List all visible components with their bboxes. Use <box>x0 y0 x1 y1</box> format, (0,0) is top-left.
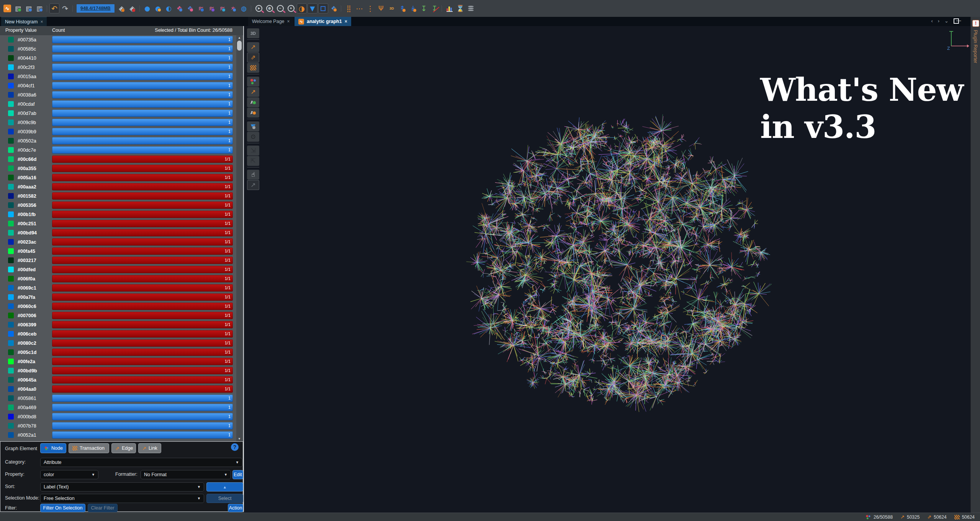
histogram-row[interactable]: #00cdaf1 <box>0 100 236 109</box>
rail-nodes-button[interactable] <box>247 77 259 87</box>
paint-node-button[interactable]: ● <box>153 3 163 13</box>
zoom-out-button[interactable]: − <box>275 3 285 13</box>
histogram-row[interactable]: #0070061/1 <box>0 311 236 320</box>
rail-expand-button[interactable]: ⇲ <box>247 146 259 156</box>
formatter-select[interactable]: No Format ▼ <box>141 470 231 479</box>
arrange-grid-button[interactable]: ⣿ <box>344 3 354 13</box>
zoom-selection-button[interactable]: ➤ <box>254 3 264 13</box>
rail-edges-button[interactable]: ⇗ <box>247 52 259 62</box>
welcome-tab-close-icon[interactable]: × <box>287 19 290 24</box>
histogram-row[interactable]: #00bd941/1 <box>0 228 236 238</box>
unpin-button[interactable]: ↧ <box>430 3 440 13</box>
sketch-v-button[interactable]: ≋ <box>218 3 227 13</box>
histogram-row[interactable]: #00502a1 <box>0 136 236 146</box>
tab-analytic-graph1[interactable]: ∿ analytic graph1 × <box>294 17 351 26</box>
rail-directed-button[interactable]: ↗ <box>247 87 259 97</box>
histogram-row[interactable]: #0015aa1 <box>0 72 236 81</box>
graph-view[interactable]: 3D↗⇗↗AaAa▼⊙⇲⇱☝↗ What's New in v3.3 I Z <box>244 26 970 513</box>
edit-button[interactable]: Edit <box>232 470 243 479</box>
histogram-row[interactable]: #009c9b1 <box>0 118 236 127</box>
histogram-row[interactable]: #005c1d1/1 <box>0 348 236 357</box>
graph-element-edge-button[interactable]: ⇗Edge <box>111 443 136 453</box>
rail-blaze-button[interactable]: ▼ <box>247 121 259 131</box>
tab-welcome-page[interactable]: Welcome Page × <box>248 17 294 26</box>
histogram-row[interactable]: #0039b91 <box>0 127 236 136</box>
histogram-row[interactable]: #0058611 <box>0 394 236 403</box>
histogram-row[interactable]: #0038a61 <box>0 90 236 100</box>
histogram-row[interactable]: #006f0a1/1 <box>0 274 236 283</box>
histogram-row[interactable]: #00b1fb1/1 <box>0 210 236 219</box>
arrange-tree-button[interactable]: Ψ <box>376 3 386 13</box>
histogram-row[interactable]: #00a7fa1/1 <box>0 293 236 302</box>
save-state-button[interactable]: ◈ <box>117 3 127 13</box>
build-graph2-button[interactable]: ❖ <box>185 3 195 13</box>
histogram-row[interactable]: #00fa451/1 <box>0 247 236 256</box>
build-graph-button[interactable]: ❖ <box>175 3 185 13</box>
zoom-in-button[interactable]: + <box>286 3 296 13</box>
tab-scroll-right-icon[interactable]: › <box>938 18 939 24</box>
histogram-row[interactable]: #000bd81 <box>0 412 236 421</box>
timeline-button[interactable]: ⌛ <box>455 3 465 13</box>
histogram-row[interactable]: #00645a1/1 <box>0 375 236 385</box>
graph-element-node-button[interactable]: Node <box>40 443 66 453</box>
scrollbar-thumb[interactable] <box>237 41 242 51</box>
rail-contract-button[interactable]: ⇱ <box>247 156 259 166</box>
spread-in-button[interactable]: ↡ <box>408 3 418 13</box>
histogram-row[interactable]: #0052a11 <box>0 431 236 440</box>
sketch-n-button[interactable]: ≋ <box>207 3 217 13</box>
rail-transactions-button[interactable] <box>247 63 259 73</box>
histogram-row[interactable]: #00c66d1/1 <box>0 155 236 164</box>
hierarchy-button[interactable]: ❖ <box>329 3 339 13</box>
rail-transaction-labels-button[interactable]: Aa <box>247 108 259 118</box>
histogram-row[interactable]: #0069c11/1 <box>0 283 236 293</box>
histogram-row[interactable]: #0063991/1 <box>0 320 236 329</box>
tab-scroll-left-icon[interactable]: ‹ <box>931 18 933 24</box>
half-node-button[interactable]: ◐ <box>164 3 174 13</box>
help-button[interactable]: ? <box>231 443 239 451</box>
histogram-row[interactable]: #006ceb1/1 <box>0 329 236 339</box>
histogram-row[interactable]: #00dc7e1 <box>0 146 236 155</box>
rail-draw-button[interactable]: ↗ <box>247 180 259 190</box>
histogram-row[interactable]: #00d7ab1 <box>0 109 236 118</box>
copy-graph-button[interactable]: ▥ <box>34 3 44 13</box>
datastore-button[interactable] <box>466 3 476 13</box>
histogram-row[interactable]: #004aa01/1 <box>0 385 236 394</box>
rail-node-labels-button[interactable]: Aa <box>247 97 259 107</box>
sketch-d-button[interactable]: ≋ <box>196 3 206 13</box>
histogram-row[interactable]: #0080c21/1 <box>0 339 236 348</box>
selection-mode-select[interactable]: Free Selection ▼ <box>40 494 204 503</box>
histogram-window-tab[interactable]: New Histogram × <box>1 17 47 26</box>
histogram-row[interactable]: #00585c1 <box>0 44 236 54</box>
open-graph-button[interactable]: ▤ <box>13 3 23 13</box>
graph-element-transaction-button[interactable]: Transaction <box>69 443 109 453</box>
category-select[interactable]: Attribute ▼ <box>40 458 242 467</box>
contrast-button[interactable]: ◑ <box>297 3 307 13</box>
arrange-column-button[interactable]: ⋮ <box>365 3 375 13</box>
histogram-row[interactable]: #0044101 <box>0 54 236 63</box>
plugin-reporter-label[interactable]: Plugin Reporter <box>973 30 978 63</box>
network-button[interactable]: ✶ <box>228 3 238 13</box>
arrange-3d-button[interactable]: 3D <box>387 3 397 13</box>
histogram-row[interactable]: #0023ac1/1 <box>0 238 236 247</box>
plugin-reporter-rail[interactable]: ! Plugin Reporter <box>970 17 980 513</box>
maximize-icon[interactable] <box>954 18 959 24</box>
rail-3d-button[interactable]: 3D <box>247 28 259 38</box>
record-state-button[interactable]: ◈ <box>128 3 137 13</box>
memory-indicator[interactable]: 948.4/1748MB <box>77 4 115 13</box>
action-button[interactable]: Action <box>228 504 243 512</box>
histogram-row[interactable]: #00a4691 <box>0 403 236 412</box>
filter-on-selection-button[interactable]: Filter On Selection <box>40 504 85 512</box>
histogram-row[interactable]: #00c2f31 <box>0 63 236 72</box>
histogram-row[interactable]: #0032171/1 <box>0 256 236 265</box>
spread-out-button[interactable]: ↟ <box>398 3 407 13</box>
histogram-button[interactable] <box>445 3 455 13</box>
sort-select[interactable]: Label (Text) ▼ <box>40 482 204 492</box>
sort-ascending-button[interactable]: ▲ <box>206 482 243 492</box>
scroll-down-icon[interactable]: ▼ <box>236 437 242 441</box>
select-button[interactable]: Select <box>206 494 243 503</box>
histogram-row[interactable]: #00735a1 <box>0 35 236 44</box>
rail-pan-button[interactable]: ☝ <box>247 170 259 180</box>
add-node-button[interactable]: ● <box>142 3 152 13</box>
ellipse-button[interactable]: ◍ <box>239 3 249 13</box>
histogram-row[interactable]: #0060c61/1 <box>0 302 236 311</box>
